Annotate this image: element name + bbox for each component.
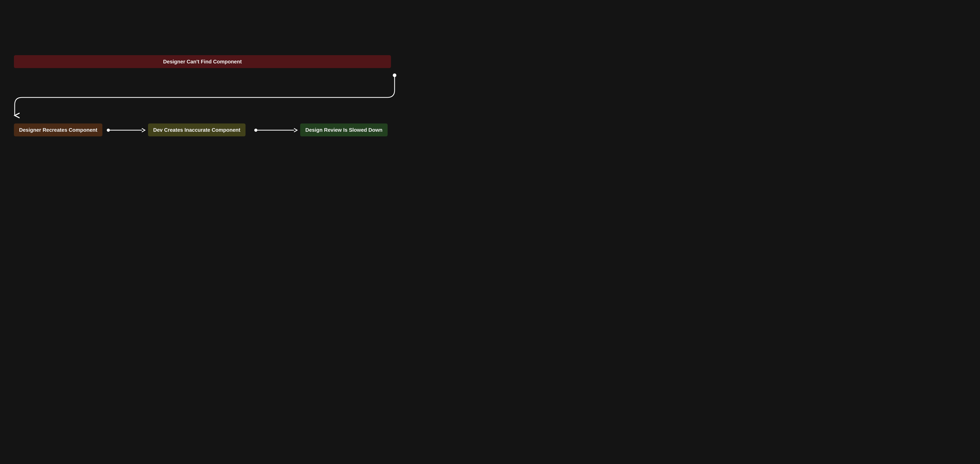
svg-point-0 [393, 73, 396, 77]
node-label: Dev Creates Inaccurate Component [153, 127, 240, 133]
node-label: Designer Recreates Component [19, 127, 97, 133]
node-dev-inaccurate: Dev Creates Inaccurate Component [148, 124, 245, 137]
node-label: Designer Can't Find Component [163, 59, 242, 65]
connector-b-to-c [254, 128, 297, 133]
node-designer-cant-find: Designer Can't Find Component [14, 55, 391, 68]
svg-point-3 [254, 129, 258, 132]
connector-top-to-a [0, 0, 405, 192]
node-designer-recreates: Designer Recreates Component [14, 124, 102, 137]
connector-a-to-b [106, 128, 145, 133]
node-label: Design Review Is Slowed Down [305, 127, 382, 133]
node-design-review-slow: Design Review Is Slowed Down [300, 124, 388, 137]
svg-point-1 [107, 129, 110, 132]
diagram-canvas: Designer Can't Find Component Designer R… [0, 0, 405, 192]
